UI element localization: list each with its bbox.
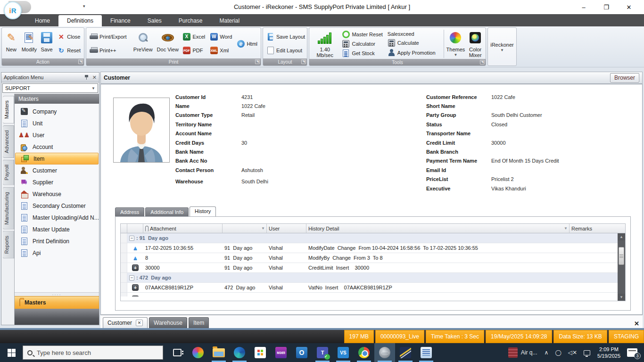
sidebar-item-api[interactable]: Api [15, 247, 99, 259]
sidebar-splitter[interactable]: ···· [15, 292, 99, 296]
ribbon-tab-purchase[interactable]: Purchase [170, 15, 211, 26]
sidebar-item-master-update[interactable]: Master Update [15, 223, 99, 235]
scrollbar-thumb[interactable] [619, 247, 624, 265]
taskbar-app-vscode[interactable]: VS [333, 343, 354, 362]
group-row[interactable]: −: 472 Day ago [121, 273, 618, 283]
collapse-icon[interactable]: − [129, 275, 134, 280]
support-dropdown[interactable]: SUPPORT ▼ [2, 83, 98, 93]
ribbon-tab-home[interactable]: Home [26, 15, 58, 26]
sidebar-item-master-uploading-add-n-[interactable]: Master Uploading/Add N... [15, 212, 99, 223]
dialog-launcher-icon[interactable]: ◥ [78, 59, 83, 64]
sidebar-item-user[interactable]: ♟♟User [15, 129, 99, 141]
apply-promotion-button[interactable]: Apply Promotion [386, 48, 441, 58]
doc-view-button[interactable]: Doc View [155, 29, 180, 58]
print-plus-button[interactable]: Print++ [88, 46, 130, 55]
column-header-attachment[interactable]: Attachment [143, 224, 223, 233]
ribbon-tab-definitions[interactable]: Definitions [58, 15, 102, 26]
html-button[interactable]: e Html [235, 39, 259, 49]
filter-icon[interactable]: ▼ [261, 226, 265, 230]
xml-button[interactable]: XML Xml [208, 46, 233, 55]
word-button[interactable]: W Word [208, 32, 233, 41]
master-reset-button[interactable]: Master Reset [340, 30, 384, 39]
taskbar-app-chrome[interactable] [354, 343, 374, 362]
scroll-down-icon[interactable]: ▼ [618, 294, 625, 301]
table-row[interactable]: +07AAKCB9819R1ZP472 Day agoVishalVatNo I… [121, 283, 618, 293]
column-header-user[interactable]: User [267, 224, 306, 233]
vertical-tab-manufacturing[interactable]: Manufacturing [3, 187, 14, 230]
sidebar-item-account[interactable]: Account [15, 141, 99, 153]
excel-button[interactable]: X Excel [181, 32, 206, 41]
modify-button[interactable]: ✎ Modify [20, 29, 39, 58]
table-row[interactable]: ▲891 Day agoVishalModifyBy Change From 3… [121, 253, 618, 263]
table-row[interactable]: +3000091 Day agoVishalCreditLimit Insert… [121, 263, 618, 273]
edit-layout-button[interactable]: Edit Layout [265, 46, 305, 55]
sidebar-item-item[interactable]: Item [15, 153, 99, 165]
tab-additional-info[interactable]: Additional Info [145, 207, 189, 216]
preview-button[interactable]: PreView [131, 29, 155, 58]
taskbar-app-teams[interactable]: T [312, 343, 333, 362]
tab-history[interactable]: History [190, 206, 216, 216]
action-center-icon[interactable]: 3 [627, 348, 637, 357]
themes-button[interactable]: Themes ▼ [446, 29, 466, 59]
group-row[interactable]: −: 91 Day ago [121, 233, 618, 243]
taskbar-app-office-hub[interactable] [188, 343, 208, 362]
save-button[interactable]: Save [39, 29, 55, 58]
pdf-button[interactable]: PDF PDF [181, 46, 206, 55]
taskbar-app-m365[interactable]: M365 [271, 343, 291, 362]
network-icon[interactable] [584, 350, 590, 355]
column-header-remarks[interactable]: Remarks [570, 224, 625, 233]
browser-button[interactable]: Browser [610, 73, 639, 82]
sidebar-item-customer[interactable]: Customer [15, 165, 99, 176]
scroll-up-icon[interactable]: ▲ [618, 233, 625, 240]
document-tab-customer[interactable]: Customer✕ [103, 317, 148, 328]
column-header-blank-0[interactable] [121, 224, 127, 233]
ribbon-tab-finance[interactable]: Finance [102, 15, 139, 26]
taskbar-app-edge[interactable] [229, 343, 250, 362]
taskbar-search-input[interactable]: Type here to search [23, 346, 163, 360]
sidebar-item-print-definition[interactable]: Print Definition [15, 235, 99, 247]
column-header-history-detail[interactable]: History Detail▼ [306, 224, 570, 233]
dialog-launcher-icon[interactable]: ◥ [480, 60, 485, 65]
restore-button[interactable]: ❐ [595, 0, 618, 14]
ireckoner-menu-button[interactable]: iReckoner ▼ [488, 28, 516, 66]
app-logo-icon[interactable]: iR [4, 1, 22, 19]
sidebar-item-company[interactable]: Company [15, 106, 99, 117]
volume-muted-icon[interactable]: ◁✕ [565, 349, 580, 356]
print-export-button[interactable]: Print/Export [88, 32, 130, 41]
dialog-launcher-icon[interactable]: ◥ [301, 59, 306, 64]
meet-now-icon[interactable]: ◯ [552, 349, 564, 356]
taskbar-app-outlook[interactable]: O [291, 343, 312, 362]
sidebar-item-supplier[interactable]: ⛟Supplier [15, 176, 99, 188]
ribbon-tab-sales[interactable]: Sales [139, 15, 170, 26]
calculator-button[interactable]: Calculator [340, 39, 384, 49]
color-mixer-button[interactable]: Color Mixer [466, 29, 485, 59]
ribbon-tab-material[interactable]: Material [211, 15, 248, 26]
pin-icon[interactable] [84, 74, 89, 80]
taskbar-app-ssms[interactable] [395, 343, 416, 362]
salesxceed-button[interactable]: Salesxceed [386, 30, 441, 38]
sidebar-item-unit[interactable]: Unit [15, 117, 99, 129]
sidebar-item-warehouse[interactable]: Warehouse [15, 188, 99, 200]
close-form-button[interactable]: ✕ Close [56, 32, 82, 41]
reset-button[interactable]: ↻ Reset [56, 46, 82, 55]
column-header-blank-3[interactable]: ▼ [223, 224, 267, 233]
document-tab-item[interactable]: Item [189, 317, 209, 328]
vertical-tab-reports[interactable]: Reports [3, 231, 14, 259]
chevron-up-icon[interactable]: ∧ [541, 349, 552, 356]
collapse-icon[interactable]: − [129, 236, 134, 241]
start-button[interactable] [0, 343, 23, 362]
filter-icon[interactable]: ▼ [564, 226, 568, 230]
taskbar-app-ireckoner-app[interactable] [374, 343, 395, 362]
new-button[interactable]: ✎ New [3, 29, 20, 58]
column-header-blank-1[interactable] [127, 224, 143, 233]
dialog-launcher-icon[interactable]: ◥ [255, 59, 260, 64]
vertical-scrollbar[interactable]: ▲ ▼ [618, 233, 625, 301]
panel-close-icon[interactable]: ✕ [92, 74, 97, 81]
taskbar-app-file-explorer[interactable] [208, 343, 229, 362]
tab-address[interactable]: Address [115, 207, 144, 216]
tab-close-icon[interactable]: ✕ [136, 320, 143, 326]
taskbar-app-notepad[interactable] [416, 343, 437, 362]
minimize-button[interactable]: – [572, 0, 595, 14]
sidebar-item-secondary-customer[interactable]: Secondary Customer [15, 200, 99, 212]
table-row[interactable]: ▲17-02-2025 10:36:5591 Day agoVishalModi… [121, 243, 618, 253]
